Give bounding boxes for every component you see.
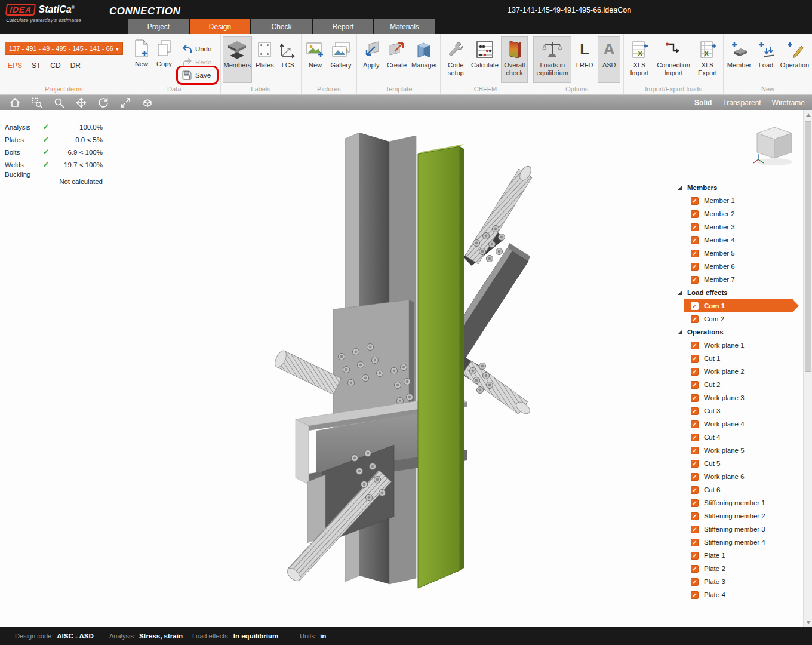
plates-labels-button[interactable]: Plates — [253, 36, 276, 83]
project-items-dropdown[interactable]: 137 - 491 - 49 - 495 - 145 - 141 - 66 ▾ — [5, 42, 123, 55]
tree-item[interactable]: ✓Work plane 3 — [672, 391, 801, 404]
new-picture-button[interactable]: New — [304, 36, 327, 83]
code-button-dr[interactable]: DR — [70, 62, 81, 70]
tree-item[interactable]: ✓Cut 2 — [672, 378, 801, 391]
scrollbar-thumb[interactable] — [805, 121, 811, 372]
gallery-button[interactable]: Gallery — [328, 36, 354, 83]
tree-item[interactable]: ✓Com 1 — [684, 299, 793, 312]
tree-item[interactable]: ✓Work plane 2 — [672, 365, 801, 378]
expander-icon[interactable] — [678, 291, 682, 295]
scroll-down-icon[interactable] — [806, 621, 811, 624]
tree-item[interactable]: ✓Stiffening member 3 — [672, 523, 801, 536]
expander-icon[interactable] — [678, 330, 682, 334]
tree-item[interactable]: ✓Member 1 — [672, 194, 801, 207]
code-setup-button[interactable]: Code setup — [442, 36, 469, 83]
tree-section-header[interactable]: Load effects — [672, 286, 801, 299]
home-view-button[interactable] — [8, 96, 21, 109]
tree-item[interactable]: ✓Stiffening member 2 — [672, 509, 801, 523]
checkbox-icon[interactable]: ✓ — [691, 407, 699, 415]
view-mode-solid[interactable]: Solid — [694, 99, 712, 107]
clipping-box-button[interactable] — [141, 96, 154, 109]
checkbox-icon[interactable]: ✓ — [691, 394, 699, 402]
copy-button[interactable]: Copy — [153, 35, 175, 82]
tab-report[interactable]: Report — [313, 19, 373, 34]
checkbox-icon[interactable]: ✓ — [691, 236, 699, 244]
pan-button[interactable] — [75, 96, 88, 109]
zoom-button[interactable] — [53, 96, 66, 109]
checkbox-icon[interactable]: ✓ — [691, 315, 699, 323]
tree-item[interactable]: ✓Cut 1 — [672, 352, 801, 365]
checkbox-icon[interactable]: ✓ — [691, 512, 699, 520]
checkbox-icon[interactable]: ✓ — [691, 210, 699, 218]
tree-item[interactable]: ✓Plate 4 — [672, 588, 801, 601]
checkbox-icon[interactable]: ✓ — [691, 473, 699, 481]
asd-button[interactable]: A ASD — [598, 36, 620, 83]
checkbox-icon[interactable]: ✓ — [691, 434, 699, 441]
checkbox-icon[interactable]: ✓ — [691, 302, 699, 310]
tree-item[interactable]: ✓Member 7 — [672, 273, 801, 286]
tab-check[interactable]: Check — [251, 19, 312, 34]
model-anchor-rod-upper-right[interactable] — [463, 164, 533, 266]
loads-in-equilibrium-button[interactable]: Loads in equilibrium — [533, 36, 571, 83]
view-mode-wireframe[interactable]: Wireframe — [772, 99, 805, 107]
checkbox-icon[interactable]: ✓ — [691, 552, 699, 560]
navigation-cube[interactable] — [750, 124, 800, 168]
tree-item[interactable]: ✓Work plane 4 — [672, 417, 801, 431]
viewport-3d[interactable]: Analysis✓100.0%Plates✓0.0 < 5%Bolts✓6.9 … — [0, 110, 812, 627]
tree-item[interactable]: ✓Member 6 — [672, 260, 801, 273]
new-operation-button[interactable]: Operation — [779, 36, 810, 83]
code-button-eps[interactable]: EPS — [8, 62, 22, 70]
checkbox-icon[interactable]: ✓ — [691, 499, 699, 507]
tab-design[interactable]: Design — [190, 19, 250, 34]
new-member-button[interactable]: Member — [725, 36, 753, 83]
expander-icon[interactable] — [678, 186, 682, 190]
checkbox-icon[interactable]: ✓ — [691, 565, 699, 573]
checkbox-icon[interactable]: ✓ — [691, 263, 699, 271]
checkbox-icon[interactable]: ✓ — [691, 604, 699, 605]
calculate-button[interactable]: Calculate — [470, 36, 500, 83]
checkbox-icon[interactable]: ✓ — [691, 381, 699, 389]
tree-item[interactable]: ✓Plate 1 — [672, 549, 801, 562]
overall-check-button[interactable]: Overall check — [501, 36, 528, 83]
save-button[interactable]: Save — [180, 69, 214, 82]
members-labels-button[interactable]: Members — [223, 36, 253, 83]
checkbox-icon[interactable]: ✓ — [691, 486, 699, 494]
lrfd-button[interactable]: L LRFD — [573, 36, 596, 83]
zoom-window-button[interactable] — [30, 96, 44, 109]
tree-item[interactable]: ✓Cut 5 — [672, 457, 801, 470]
tab-project[interactable]: Project — [128, 19, 189, 34]
checkbox-icon[interactable]: ✓ — [691, 197, 699, 205]
tree-item[interactable]: ✓Member 4 — [672, 234, 801, 247]
checkbox-icon[interactable]: ✓ — [691, 342, 699, 349]
checkbox-icon[interactable]: ✓ — [691, 460, 699, 468]
redo-button[interactable]: Redo — [180, 56, 214, 69]
new-load-button[interactable]: Load — [754, 36, 778, 83]
tree-item[interactable]: ✓Work plane 6 — [672, 470, 801, 483]
tree-item[interactable]: ✓Stiffening member 4 — [672, 536, 801, 549]
rotate-view-button[interactable] — [97, 96, 110, 109]
undo-button[interactable]: Undo — [180, 42, 214, 56]
xls-export-button[interactable]: X XLS Export — [694, 36, 721, 83]
checkbox-icon[interactable]: ✓ — [691, 420, 699, 428]
tree-item[interactable]: ✓Cut 4 — [672, 431, 801, 444]
template-manager-button[interactable]: Manager — [410, 36, 438, 83]
view-mode-transparent[interactable]: Transparent — [722, 99, 761, 107]
tree-scrollbar[interactable] — [803, 110, 812, 627]
code-button-cd[interactable]: CD — [50, 62, 60, 70]
connection-import-button[interactable]: Connection Import — [654, 36, 693, 83]
tree-item[interactable]: ✓Work plane 1 — [672, 339, 801, 352]
tree-section-header[interactable]: Members — [672, 181, 801, 194]
checkbox-icon[interactable]: ✓ — [691, 223, 699, 231]
checkbox-icon[interactable]: ✓ — [691, 447, 699, 454]
tree-item[interactable]: ✓Plate 3 — [672, 575, 801, 588]
lcs-button[interactable]: LCS — [277, 36, 299, 83]
tree-item[interactable]: ✓Member 5 — [672, 247, 801, 260]
checkbox-icon[interactable]: ✓ — [691, 276, 699, 284]
tree-item[interactable]: ✓Plate 2 — [672, 562, 801, 575]
create-template-button[interactable]: Create — [385, 36, 409, 83]
checkbox-icon[interactable]: ✓ — [691, 539, 699, 546]
tree-item[interactable]: ✓Member 2 — [672, 207, 801, 220]
tree-item[interactable]: ✓Cut 3 — [672, 404, 801, 417]
code-button-st[interactable]: ST — [32, 62, 41, 70]
checkbox-icon[interactable]: ✓ — [691, 355, 699, 363]
